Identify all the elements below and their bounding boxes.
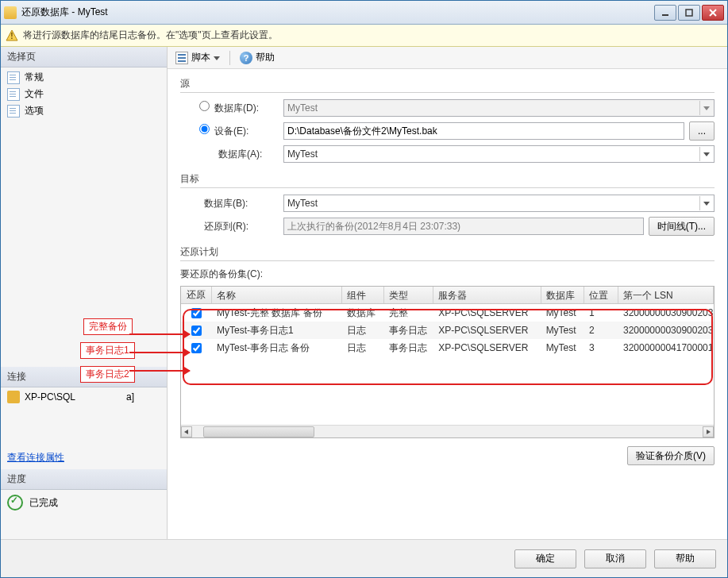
source-db-a-label: 数据库(A): — [180, 148, 283, 161]
grid-header-row: 还原 名称 组件 类型 服务器 数据库 位置 第一个 LSN — [181, 287, 714, 304]
help-icon: ? — [240, 52, 252, 64]
progress-header: 进度 — [1, 469, 167, 490]
chevron-down-icon — [699, 147, 712, 161]
restore-checkbox[interactable] — [191, 326, 202, 336]
source-device-radio[interactable] — [199, 124, 210, 134]
source-db-combo: MyTest — [283, 99, 715, 117]
svg-marker-7 — [703, 106, 710, 110]
toolbar: 脚本 ? 帮助 — [168, 47, 727, 69]
restore-to-input — [283, 218, 644, 235]
info-text: 将进行源数据库的结尾日志备份。在"选项"页上查看此设置。 — [23, 29, 278, 42]
source-db-label: 数据库(D): — [180, 101, 283, 115]
scroll-left-button[interactable] — [181, 426, 192, 437]
device-path-input[interactable] — [283, 122, 684, 140]
timeline-button[interactable]: 时间线(T)... — [649, 217, 715, 236]
connection-header: 连接 — [1, 367, 167, 387]
warning-icon: ! — [6, 29, 18, 42]
progress-status: 已完成 — [1, 490, 167, 515]
plan-title: 还原计划 — [180, 245, 715, 261]
restore-to-label: 还原到(R): — [180, 220, 283, 233]
plan-group: 还原计划 要还原的备份集(C): 还原 名称 组件 类型 服务器 数据库 位置 … — [180, 245, 715, 465]
select-page-header: 选择页 — [1, 47, 167, 67]
scroll-thumb[interactable] — [203, 426, 314, 437]
page-list: 常规 文件 选项 — [1, 67, 167, 121]
target-db-label: 数据库(B): — [180, 197, 283, 210]
help-button[interactable]: ? 帮助 — [237, 49, 278, 66]
source-db-a-combo[interactable]: MyTest — [283, 145, 715, 163]
svg-rect-1 — [686, 10, 692, 16]
window-buttons — [654, 5, 724, 21]
dialog-window: 还原数据库 - MyTest ! 将进行源数据库的结尾日志备份。在"选项"页上查… — [0, 0, 728, 578]
dialog-body: 选择页 常规 文件 选项 连接 XP-PC\SQL a] 查看连接属性 进度 已… — [1, 47, 727, 539]
browse-button[interactable]: ... — [689, 121, 715, 141]
grid-row[interactable]: MyTest-事务日志1 日志 事务日志 XP-PC\SQLSERVER MyT… — [181, 322, 714, 339]
restore-checkbox[interactable] — [191, 308, 202, 318]
left-panel: 选择页 常规 文件 选项 连接 XP-PC\SQL a] 查看连接属性 进度 已… — [1, 47, 168, 539]
dialog-button-bar: 确定 取消 帮助 — [1, 539, 727, 577]
info-bar: ! 将进行源数据库的结尾日志备份。在"选项"页上查看此设置。 — [1, 25, 727, 47]
window-title: 还原数据库 - MyTest — [21, 6, 654, 19]
validate-media-button[interactable]: 验证备份介质(V) — [627, 446, 715, 465]
target-title: 目标 — [180, 172, 715, 188]
toolbar-separator — [229, 51, 230, 65]
page-item-general[interactable]: 常规 — [1, 69, 167, 86]
page-icon — [7, 105, 20, 118]
close-button[interactable] — [702, 5, 724, 21]
svg-marker-11 — [707, 430, 711, 434]
target-db-combo[interactable]: MyTest — [283, 195, 715, 212]
page-item-files[interactable]: 文件 — [1, 86, 167, 102]
page-icon — [7, 88, 20, 101]
source-group: 源 数据库(D): MyTest 设备(E): — [180, 77, 715, 163]
grid-row[interactable]: MyTest-完整 数据库 备份 数据库 完整 XP-PC\SQLSERVER … — [181, 304, 714, 322]
chevron-down-icon — [214, 55, 220, 61]
help-button[interactable]: 帮助 — [654, 549, 716, 568]
restore-checkbox[interactable] — [191, 343, 202, 353]
svg-marker-9 — [703, 202, 710, 206]
plan-sets-label: 要还原的备份集(C): — [180, 268, 715, 281]
source-device-label: 设备(E): — [180, 124, 283, 138]
chevron-down-icon — [699, 196, 712, 210]
titlebar: 还原数据库 - MyTest — [1, 1, 727, 25]
minimize-button[interactable] — [654, 5, 676, 21]
svg-marker-8 — [703, 152, 710, 156]
view-connection-properties-link[interactable]: 查看连接属性 — [1, 446, 167, 469]
content: 源 数据库(D): MyTest 设备(E): — [168, 69, 727, 539]
source-db-radio[interactable] — [199, 101, 210, 111]
page-item-options[interactable]: 选项 — [1, 102, 167, 119]
server-icon — [7, 391, 20, 403]
grid-horizontal-scrollbar[interactable] — [181, 425, 714, 437]
source-title: 源 — [180, 77, 715, 93]
cancel-button[interactable]: 取消 — [584, 549, 646, 568]
connection-item: XP-PC\SQL a] — [1, 387, 167, 407]
progress-complete-icon — [7, 495, 23, 511]
script-icon — [175, 52, 188, 64]
ok-button[interactable]: 确定 — [514, 549, 576, 568]
svg-text:!: ! — [10, 32, 13, 40]
chevron-down-icon — [699, 101, 712, 115]
app-icon — [4, 6, 17, 19]
right-panel: 脚本 ? 帮助 源 数据库(D): MyTest — [168, 47, 727, 539]
svg-marker-6 — [214, 56, 220, 60]
scroll-right-button[interactable] — [703, 426, 714, 437]
grid-row[interactable]: MyTest-事务日志 备份 日志 事务日志 XP-PC\SQLSERVER M… — [181, 339, 714, 356]
script-button[interactable]: 脚本 — [172, 49, 223, 66]
page-icon — [7, 71, 20, 84]
svg-marker-10 — [184, 430, 188, 434]
target-group: 目标 数据库(B): MyTest 还原到(R): — [180, 172, 715, 236]
maximize-button[interactable] — [678, 5, 700, 21]
backup-sets-grid[interactable]: 还原 名称 组件 类型 服务器 数据库 位置 第一个 LSN MyTest-完整… — [180, 286, 715, 438]
